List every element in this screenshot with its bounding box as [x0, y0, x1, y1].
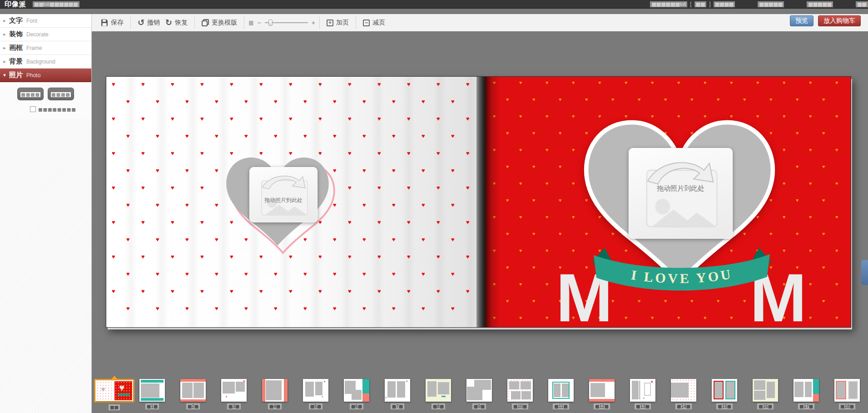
sidebar-item-zh-label: 文字: [9, 16, 23, 25]
thumbnail-label: ▩3▩: [227, 403, 241, 409]
page-thumbnail[interactable]: ▩4▩: [262, 379, 288, 409]
account-link[interactable]: ▩▩▩▩▩▩loli: [650, 1, 687, 7]
topbar-nav-1[interactable]: ▩▩▩▩: [714, 1, 735, 7]
preview-button[interactable]: 预览: [790, 15, 813, 26]
zoom-in-button[interactable]: +: [312, 19, 315, 26]
page-thumbnail[interactable]: ▩8▩: [426, 379, 451, 409]
zoom-slider[interactable]: [265, 20, 308, 26]
logout-link[interactable]: ▩▩: [694, 1, 707, 7]
thumb-photo-block: [848, 381, 858, 399]
thumb-photo-block: [262, 379, 265, 402]
book-spread: ♥♥♥♥♥♥♥♥♥♥♥♥♥♥♥♥♥♥♥♥♥♥♥♥♥♥♥♥♥♥♥♥♥♥♥♥♥♥♥♥…: [106, 76, 851, 328]
sidebar-item-decorate[interactable]: ▸装饰Decorate: [0, 28, 91, 41]
thumbnail-label: ▩8▩: [432, 403, 445, 409]
zoom-out-button[interactable]: −: [258, 19, 261, 26]
redo-button[interactable]: ↻ 恢复: [163, 17, 190, 29]
top-bar: 印像派 ▩▩loli▩▩▩▩▩▩ ▩▩▩▩▩▩loli [ ▩▩ ] ▩▩▩▩ …: [0, 0, 868, 9]
photo-panel-button-2[interactable]: ▩▩▩▩: [48, 88, 74, 100]
chevron-right-icon: ▸: [0, 31, 9, 37]
drop-hint-text: 拖动照片到此处: [249, 197, 317, 204]
page-thumbnail[interactable]: ▩1▩: [139, 379, 165, 409]
add-page-button[interactable]: + 加页: [324, 17, 352, 29]
page-thumbnail[interactable]: ▩10▩: [507, 379, 533, 409]
page-thumbnail[interactable]: ▩2▩: [180, 379, 206, 409]
add-to-cart-button[interactable]: 放入购物车: [818, 15, 861, 26]
thumb-photo-block: [725, 381, 735, 399]
photo-filter-checkbox[interactable]: [30, 106, 36, 112]
thumb-photo-block: [180, 379, 206, 382]
page-thumbnail[interactable]: ▩17▩: [794, 379, 819, 409]
zoom-slider-handle[interactable]: [268, 20, 273, 26]
thumbnail-label: ▩4▩: [268, 403, 282, 409]
thumb-photo-block: [362, 393, 369, 402]
page-thumbnail[interactable]: ▩16▩: [753, 379, 778, 409]
sidebar-item-en-label: Photo: [26, 72, 40, 79]
thumb-photo-block: [193, 383, 204, 398]
page-thumbnail[interactable]: ▩11▩: [548, 379, 574, 409]
thumbnail-label: ▩14▩: [675, 403, 692, 409]
thumb-photo-block: [141, 380, 164, 383]
photo-panel: ▩▩▩▩ ▩▩▩▩ ▩▩▩▩▩▩▩▩: [0, 82, 91, 113]
thumb-photo-block: [352, 390, 362, 400]
page-thumbnail-selected[interactable]: ♥♥▩▩: [94, 379, 134, 410]
thumb-heart-accent: ♥: [243, 379, 245, 383]
page-thumbnail[interactable]: ▩12▩: [589, 379, 615, 409]
thumbnail-label: ▩10▩: [512, 403, 528, 409]
photo-filter-label: ▩▩▩▩▩▩▩▩: [38, 105, 76, 113]
sidebar-item-frame[interactable]: ▸画框Frame: [0, 41, 91, 55]
love-ribbon[interactable]: I LOVE YOU: [591, 243, 773, 293]
thumbnail-label: ▩18▩: [839, 403, 855, 409]
thumbnail-label: ▩17▩: [798, 403, 814, 409]
topbar-nav-2[interactable]: ▩▩▩▩▩: [758, 1, 784, 7]
thumb-photo-block: [509, 381, 519, 389]
page-thumbnail[interactable]: ▩9▩: [466, 379, 492, 409]
bracket-open: [: [690, 1, 691, 7]
thumb-photo-block: [671, 383, 689, 398]
page-thumbnail[interactable]: ♥♥▩5▩: [303, 379, 328, 409]
thumbnail-label: ▩13▩: [635, 403, 651, 409]
sidebar-accordion: ▸文字Font▸装饰Decorate▸画框Frame▸背景Background▾…: [0, 14, 91, 82]
page-left[interactable]: ♥♥♥♥♥♥♥♥♥♥♥♥♥♥♥♥♥♥♥♥♥♥♥♥♥♥♥♥♥♥♥♥♥♥♥♥♥♥♥♥…: [106, 77, 476, 327]
thumbnail-label: ▩11▩: [553, 403, 569, 409]
thumb-photo-block: [467, 387, 482, 400]
topbar-nav-4[interactable]: ▩▩: [856, 1, 868, 7]
undo-button[interactable]: ↺ 撤销: [135, 17, 163, 29]
sidebar-item-photo[interactable]: ▾照片Photo: [0, 69, 91, 82]
topbar-nav-3[interactable]: ▩▩▩▩▩: [807, 1, 833, 7]
page-thumbnail[interactable]: ▩6▩: [344, 379, 369, 409]
photo-panel-button-1[interactable]: ▩▩▩▩: [17, 88, 44, 100]
thumb-photo-block: [632, 381, 639, 399]
thumbnail-label: ▩9▩: [472, 403, 486, 409]
user-welcome-badge: ▩▩loli▩▩▩▩▩▩: [33, 1, 79, 7]
thumb-heart-accent: ♥: [643, 397, 645, 399]
thumb-photo-block: [182, 383, 193, 398]
page-thumbnail[interactable]: ▩14▩: [671, 379, 696, 409]
page-thumbnail[interactable]: ♥♥▩13▩: [630, 379, 655, 409]
thumb-heart-accent: ♥: [385, 397, 387, 399]
thumbnail-label: ▩12▩: [594, 403, 610, 409]
drop-photo-target-right[interactable]: 拖动照片到此处: [629, 148, 733, 239]
thumb-photo-block: [754, 391, 765, 400]
page-thumbnail[interactable]: ♥♥▩3▩: [221, 379, 247, 409]
page-thumbnail[interactable]: ▩15▩: [712, 379, 737, 409]
side-panel-tab[interactable]: [861, 260, 868, 285]
page-right[interactable]: ♥♥♥♥♥♥♥♥♥♥♥♥♥♥♥♥♥♥♥♥♥♥♥♥♥♥♥♥♥♥♥♥♥♥♥♥♥♥♥♥…: [486, 77, 851, 327]
change-template-button[interactable]: 更换模版: [199, 17, 240, 29]
thumb-photo-block: [141, 398, 164, 401]
thumb-heart-accent: ♥: [119, 383, 124, 392]
thumb-photo-block: [511, 391, 521, 399]
thumb-photo-block: [284, 379, 288, 402]
drop-photo-target-left[interactable]: 拖动照片到此处: [249, 167, 317, 222]
thumb-photo-block: [836, 381, 846, 399]
page-thumbnail[interactable]: ▩18▩: [834, 379, 860, 409]
page-thumbnail[interactable]: ♥♥▩7▩: [385, 379, 410, 409]
thumbnail-label: ▩16▩: [757, 403, 774, 409]
remove-page-button[interactable]: − 减页: [360, 17, 388, 29]
book-gutter: [476, 77, 486, 327]
save-button[interactable]: 保存: [98, 17, 126, 29]
thumb-photo-block: [441, 396, 446, 397]
sidebar-item-background[interactable]: ▸背景Background: [0, 55, 91, 69]
sidebar-item-font[interactable]: ▸文字Font: [0, 14, 91, 28]
zoom-control: ▩ − +: [248, 19, 315, 26]
topbar-gap: [0, 9, 868, 14]
